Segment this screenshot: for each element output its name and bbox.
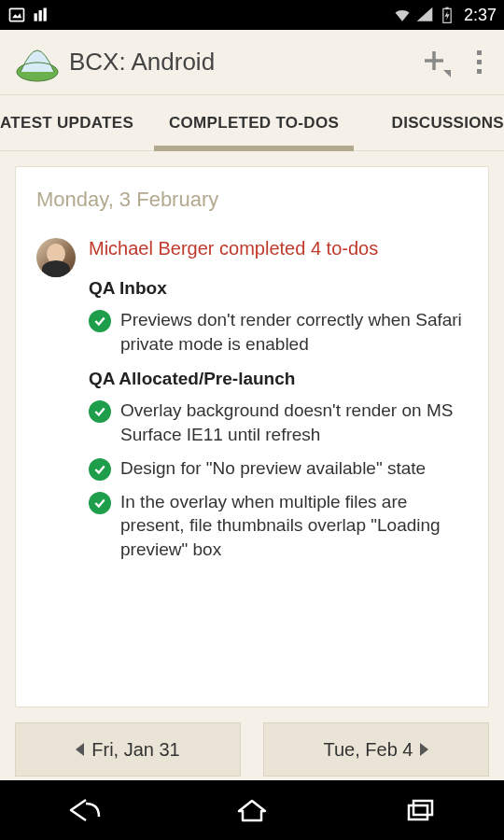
status-time: 2:37 [464, 6, 497, 25]
date-heading: Monday, 3 February [36, 188, 468, 212]
app-bar: BCX: Android [0, 30, 504, 95]
completed-card: Monday, 3 February Michael Berger comple… [15, 166, 489, 707]
todo-text: Previews don't render correctly when Saf… [120, 308, 468, 356]
tab-bar: ATEST UPDATES COMPLETED TO-DOS DISCUSSIO… [0, 95, 504, 151]
svg-rect-3 [39, 10, 42, 21]
svg-marker-8 [444, 11, 449, 21]
activity-entry: Michael Berger completed 4 to-dos QA Inb… [36, 238, 468, 570]
android-status-bar: 2:37 [0, 0, 504, 30]
check-icon [89, 492, 111, 514]
check-icon [89, 400, 111, 423]
recents-button[interactable] [392, 791, 448, 829]
signal-icon [415, 6, 434, 24]
svg-rect-2 [35, 13, 37, 21]
battery-icon [438, 6, 456, 24]
page-title: BCX: Android [69, 48, 421, 77]
activity-summary: Michael Berger completed 4 to-dos [89, 238, 468, 259]
chevron-right-icon [420, 743, 428, 756]
tab-latest-updates[interactable]: ATEST UPDATES [0, 95, 154, 150]
tab-label: ATEST UPDATES [0, 114, 133, 133]
todo-item[interactable]: Overlay background doesn't render on MS … [89, 399, 468, 446]
overflow-menu-button[interactable] [473, 47, 485, 77]
todo-item[interactable]: In the overlay when multiple files are p… [89, 490, 468, 562]
svg-rect-15 [413, 801, 432, 815]
todo-text: Overlay background doesn't render on MS … [120, 399, 468, 446]
bars-icon [32, 6, 50, 24]
check-icon [89, 310, 111, 332]
tab-label: COMPLETED TO-DOS [169, 114, 339, 133]
svg-rect-14 [409, 805, 427, 819]
todo-group-title: QA Inbox [89, 278, 468, 299]
next-date-button[interactable]: Tue, Feb 4 [263, 722, 489, 777]
svg-marker-1 [12, 13, 21, 18]
basecamp-logo-icon[interactable] [11, 36, 63, 89]
todo-text: In the overlay when multiple files are p… [120, 490, 468, 562]
next-date-label: Tue, Feb 4 [324, 739, 413, 761]
todo-group-title: QA Allocated/Pre-launch [89, 369, 468, 389]
android-nav-bar [0, 780, 504, 840]
todo-text: Design for "No preview available" state [120, 456, 426, 481]
home-button[interactable] [224, 791, 280, 829]
back-button[interactable] [56, 791, 112, 829]
svg-marker-5 [417, 7, 433, 21]
prev-date-label: Fri, Jan 31 [91, 739, 179, 761]
svg-rect-4 [44, 8, 47, 21]
svg-rect-7 [445, 7, 448, 9]
tab-discussions[interactable]: DISCUSSIONS [377, 95, 504, 150]
svg-marker-13 [443, 70, 451, 77]
todo-item[interactable]: Previews don't render correctly when Saf… [89, 308, 468, 356]
wifi-icon [393, 6, 412, 24]
chevron-left-icon [76, 743, 84, 756]
check-icon [89, 458, 111, 481]
tab-label: DISCUSSIONS [392, 114, 504, 133]
tab-completed-todos[interactable]: COMPLETED TO-DOS [154, 95, 354, 151]
add-button[interactable] [421, 48, 451, 77]
svg-rect-0 [10, 8, 24, 21]
avatar[interactable] [36, 238, 76, 277]
picture-icon [7, 6, 26, 24]
todo-item[interactable]: Design for "No preview available" state [89, 456, 468, 481]
date-navigation: Fri, Jan 31 Tue, Feb 4 [15, 722, 489, 777]
prev-date-button[interactable]: Fri, Jan 31 [15, 722, 241, 777]
